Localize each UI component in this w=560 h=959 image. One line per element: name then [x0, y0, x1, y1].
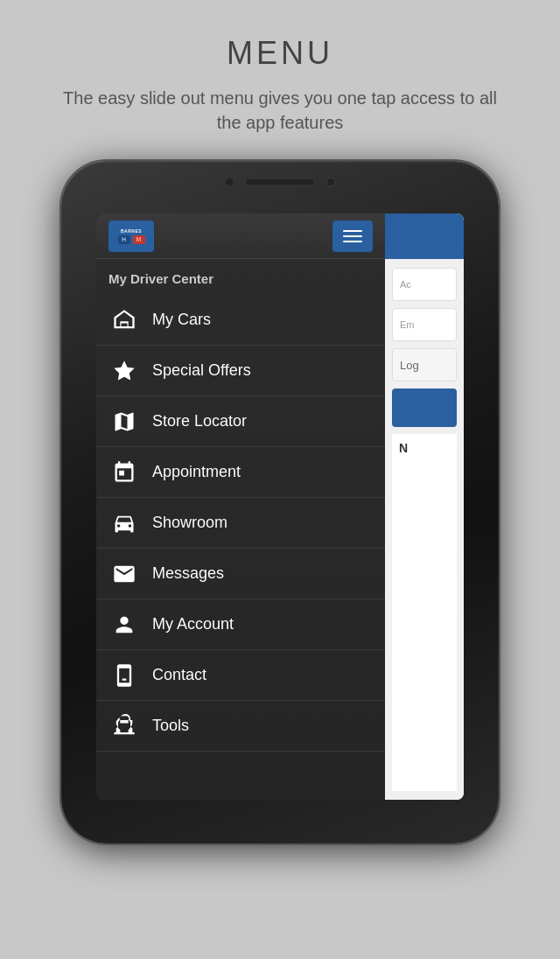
menu-item-my-account[interactable]: My Account: [96, 599, 385, 650]
hamburger-line-3: [343, 241, 362, 242]
phone-top-bar: [224, 177, 336, 187]
brand-badge: H M: [118, 235, 145, 244]
menu-item-store-locator[interactable]: Store Locator: [96, 396, 385, 447]
my-cars-label: My Cars: [152, 311, 211, 329]
mazda-badge: M: [133, 235, 145, 244]
menu-item-special-offers[interactable]: Special Offers: [96, 346, 385, 396]
bottom-text: N: [399, 441, 408, 455]
hamburger-line-1: [343, 230, 362, 232]
user-icon: [108, 609, 140, 640]
brand-name-text: BARNES: [121, 228, 142, 234]
phone-icon: [108, 660, 140, 691]
envelope-icon: [108, 558, 140, 590]
menu-items-list: My Cars Special Offers: [96, 295, 385, 800]
email-field[interactable]: Em: [392, 308, 457, 341]
map-icon: [108, 406, 140, 438]
hamburger-line-2: [343, 235, 362, 237]
account-field[interactable]: Ac: [392, 268, 457, 301]
menu-item-appointment[interactable]: Appointment: [96, 447, 385, 498]
hyundai-badge: H: [118, 235, 130, 244]
login-text: Log: [400, 359, 419, 372]
my-account-label: My Account: [152, 615, 234, 634]
star-icon: [108, 355, 140, 387]
menu-item-showroom[interactable]: Showroom: [96, 498, 385, 549]
showroom-label: Showroom: [152, 514, 228, 532]
appointment-label: Appointment: [152, 463, 241, 481]
right-bottom-area: N: [392, 434, 457, 791]
special-offers-label: Special Offers: [152, 361, 251, 380]
menu-item-messages[interactable]: Messages: [96, 549, 385, 599]
phone-camera-2: [326, 177, 336, 187]
blue-action-bar[interactable]: [392, 388, 457, 427]
right-panel: Ac Em Log N: [385, 214, 464, 800]
menu-item-contact[interactable]: Contact: [96, 650, 385, 701]
phone-speaker: [245, 178, 315, 186]
hamburger-menu-button[interactable]: [332, 220, 373, 252]
menu-item-my-cars[interactable]: My Cars: [96, 295, 385, 346]
toolbox-icon: [108, 710, 140, 742]
account-label: Ac: [400, 279, 411, 290]
right-topbar: [385, 214, 464, 259]
phone-device: BARNES H M My Driver Center: [61, 161, 499, 844]
phone-screen: BARNES H M My Driver Center: [96, 214, 464, 800]
driver-center-label: My Driver Center: [96, 259, 385, 295]
menu-panel: BARNES H M My Driver Center: [96, 214, 385, 800]
right-content: Ac Em Log N: [385, 259, 464, 800]
menu-item-tools[interactable]: Tools: [96, 701, 385, 752]
phone-camera: [224, 177, 234, 187]
garage-icon: [108, 304, 140, 336]
email-label: Em: [400, 319, 415, 330]
header-section: MENU The easy slide out menu gives you o…: [0, 0, 560, 161]
brand-logo: BARNES H M: [108, 220, 154, 252]
page-subtitle: The easy slide out menu gives you one ta…: [52, 86, 508, 135]
tools-label: Tools: [152, 717, 189, 735]
login-button[interactable]: Log: [392, 348, 457, 382]
car-icon: [108, 508, 140, 539]
page-title: MENU: [52, 35, 508, 72]
store-locator-label: Store Locator: [152, 412, 247, 430]
menu-topbar: BARNES H M: [96, 214, 385, 259]
app-screen: BARNES H M My Driver Center: [96, 214, 464, 800]
contact-label: Contact: [152, 666, 206, 684]
calendar-icon: [108, 457, 140, 488]
messages-label: Messages: [152, 564, 224, 583]
